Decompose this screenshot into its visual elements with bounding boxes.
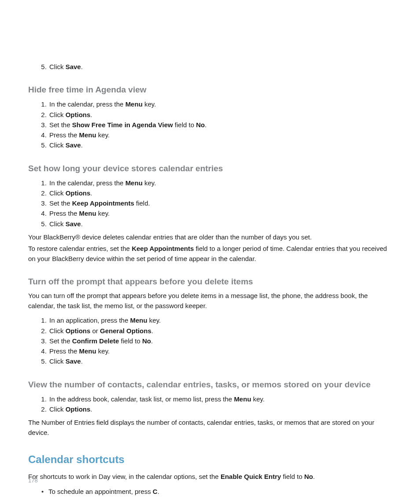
continued-steps: Click Save. bbox=[28, 62, 392, 72]
keep-note-2: To restore calendar entries, set the Kee… bbox=[28, 244, 392, 264]
view-entries-note: The Number of Entries field displays the… bbox=[28, 418, 392, 438]
heading-keep-appointments: Set how long your device stores calendar… bbox=[28, 164, 392, 173]
list-item: In an application, press the Menu key. bbox=[48, 315, 392, 325]
heading-turn-off-prompt: Turn off the prompt that appears before … bbox=[28, 277, 392, 287]
list-item: In the calendar, press the Menu key. bbox=[48, 178, 392, 188]
list-item: Click Save. bbox=[48, 140, 392, 150]
keep-appointments-steps: In the calendar, press the Menu key. Cli… bbox=[28, 178, 392, 229]
list-item: Click Options. bbox=[48, 110, 392, 120]
view-entries-steps: In the address book, calendar, task list… bbox=[28, 394, 392, 415]
turn-off-intro: You can turn off the prompt that appears… bbox=[28, 291, 392, 311]
heading-calendar-shortcuts: Calendar shortcuts bbox=[28, 453, 392, 466]
step-5: Click Save. bbox=[48, 62, 392, 72]
hide-free-time-steps: In the calendar, press the Menu key. Cli… bbox=[28, 99, 392, 150]
list-item: Press the Menu key. bbox=[48, 130, 392, 140]
list-item: In the calendar, press the Menu key. bbox=[48, 99, 392, 109]
turn-off-steps: In an application, press the Menu key. C… bbox=[28, 315, 392, 366]
list-item: Press the Menu key. bbox=[48, 346, 392, 356]
list-item: In the address book, calendar, task list… bbox=[48, 394, 392, 404]
step-bold: Save bbox=[66, 63, 81, 70]
list-item: Click Options. bbox=[48, 188, 392, 198]
step-text: Click bbox=[49, 63, 66, 70]
list-item: Set the Show Free Time in Agenda View fi… bbox=[48, 120, 392, 130]
list-item: Click Save. bbox=[48, 219, 392, 229]
list-item: Click Options. bbox=[48, 404, 392, 414]
heading-view-entries: View the number of contacts, calendar en… bbox=[28, 380, 392, 390]
list-item: Set the Keep Appointments field. bbox=[48, 198, 392, 208]
list-item: Click Save. bbox=[48, 356, 392, 366]
page-number: 178 bbox=[28, 477, 38, 484]
list-item: Set the Confirm Delete field to No. bbox=[48, 336, 392, 346]
shortcuts-intro: For shortcuts to work in Day view, in th… bbox=[28, 472, 392, 482]
step-text: . bbox=[81, 63, 83, 70]
shortcut-bullets: To schedule an appointment, press C. bbox=[28, 486, 392, 497]
keep-note-1: Your BlackBerry® device deletes calendar… bbox=[28, 232, 392, 243]
list-item: To schedule an appointment, press C. bbox=[48, 486, 392, 497]
list-item: Click Options or General Options. bbox=[48, 326, 392, 336]
heading-hide-free-time: Hide free time in Agenda view bbox=[28, 85, 392, 95]
list-item: Press the Menu key. bbox=[48, 208, 392, 218]
document-page: Click Save. Hide free time in Agenda vie… bbox=[0, 0, 420, 504]
